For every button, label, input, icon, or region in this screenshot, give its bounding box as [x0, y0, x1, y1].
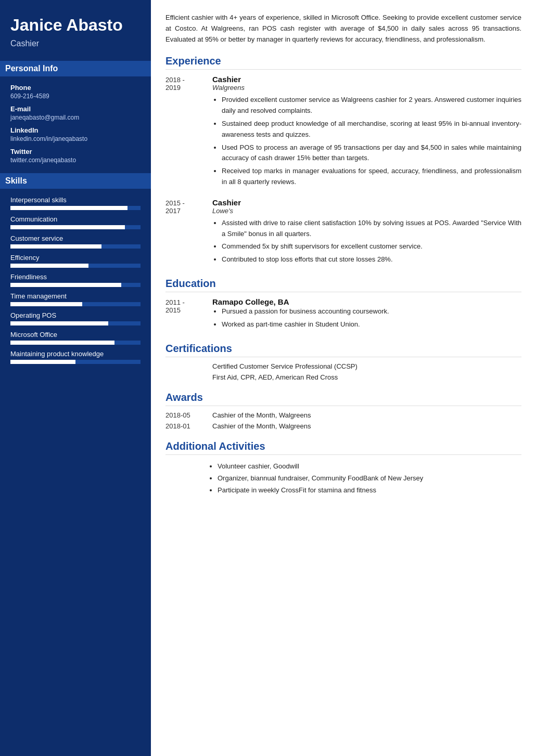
- walgreens-company: Walgreens: [212, 84, 521, 92]
- walgreens-dates: 2018 - 2019: [165, 75, 212, 189]
- awards-section: Awards 2018-05 Cashier of the Month, Wal…: [165, 392, 521, 430]
- phone-label: Phone: [10, 84, 141, 92]
- walgreens-bullets: Provided excellent customer service as W…: [212, 95, 521, 187]
- skill-bar-bg: [10, 283, 141, 287]
- experience-header: Experience: [165, 55, 521, 70]
- lowes-job-title: Cashier: [212, 198, 521, 207]
- award-date: 2018-05: [165, 411, 212, 419]
- sidebar: Janice Abasto Cashier Personal Info Phon…: [0, 0, 151, 756]
- skill-label: Communication: [10, 215, 141, 223]
- list-item: Commended 5x by shift supervisors for ex…: [222, 241, 521, 252]
- ramapo-bullets: Pursued a passion for business accountin…: [212, 306, 521, 330]
- experience-section: Experience 2018 - 2019 Cashier Walgreens…: [165, 55, 521, 267]
- list-item: Volunteer cashier, Goodwill: [218, 460, 521, 472]
- skill-bar-fill: [10, 302, 82, 306]
- education-section: Education 2011 - 2015 Ramapo College, BA…: [165, 278, 521, 332]
- award-entry: 2018-01 Cashier of the Month, Walgreens: [165, 422, 521, 430]
- skill-bar-fill: [10, 360, 75, 364]
- education-header: Education: [165, 278, 521, 292]
- ramapo-school: Ramapo College, BA: [212, 297, 521, 306]
- certifications-header: Certifications: [165, 343, 521, 357]
- skill-bar-fill: [10, 244, 101, 249]
- ramapo-dates: 2011 - 2015: [165, 297, 212, 332]
- main-content: Efficient cashier with 4+ years of exper…: [151, 0, 536, 756]
- summary: Efficient cashier with 4+ years of exper…: [165, 12, 521, 45]
- twitter-label: Twitter: [10, 148, 141, 155]
- skill-label: Interpersonal skills: [10, 196, 141, 204]
- education-entry-ramapo: 2011 - 2015 Ramapo College, BA Pursued a…: [165, 297, 521, 332]
- cert-item: Certified Customer Service Professional …: [165, 362, 521, 370]
- awards-header: Awards: [165, 392, 521, 406]
- email-value: janeqabasto@gmail.com: [10, 114, 141, 121]
- activities-list: Volunteer cashier, Goodwill Organizer, b…: [165, 460, 521, 497]
- skill-label: Operating POS: [10, 311, 141, 319]
- ramapo-content: Ramapo College, BA Pursued a passion for…: [212, 297, 521, 332]
- skill-label: Maintaining product knowledge: [10, 350, 141, 358]
- list-item: Organizer, biannual fundraiser, Communit…: [218, 472, 521, 484]
- skill-label: Friendliness: [10, 273, 141, 281]
- list-item: Participate in weekly CrossFit for stami…: [218, 484, 521, 496]
- skill-bar-fill: [10, 264, 88, 268]
- certifications-section: Certifications Certified Customer Servic…: [165, 343, 521, 381]
- lowes-bullets: Assisted with drive to raise client sati…: [212, 218, 521, 265]
- skill-bar-fill: [10, 206, 127, 210]
- skill-bar-bg: [10, 206, 141, 210]
- phone-value: 609-216-4589: [10, 93, 141, 100]
- activities-section: Additional Activities Volunteer cashier,…: [165, 440, 521, 497]
- list-item: Provided excellent customer service as W…: [222, 95, 521, 116]
- skill-bar-fill: [10, 225, 125, 229]
- list-item: Received top marks in manager evaluation…: [222, 166, 521, 188]
- award-text: Cashier of the Month, Walgreens: [212, 422, 311, 430]
- personal-info-fields: Phone 609-216-4589 E-mail janeqabasto@gm…: [10, 84, 141, 164]
- list-item: Assisted with drive to raise client sati…: [222, 218, 521, 240]
- skill-bar-bg: [10, 225, 141, 229]
- lowes-company: Lowe's: [212, 207, 521, 215]
- list-item: Sustained deep product knowledge of all …: [222, 119, 521, 140]
- candidate-title: Cashier: [10, 39, 141, 48]
- skill-bar-bg: [10, 264, 141, 268]
- email-label: E-mail: [10, 105, 141, 113]
- experience-entry-walgreens: 2018 - 2019 Cashier Walgreens Provided e…: [165, 75, 521, 189]
- lowes-dates: 2015 - 2017: [165, 198, 212, 267]
- list-item: Used POS to process an average of 95 tra…: [222, 142, 521, 164]
- skill-label: Customer service: [10, 234, 141, 242]
- award-text: Cashier of the Month, Walgreens: [212, 411, 311, 419]
- skill-bar-bg: [10, 302, 141, 306]
- candidate-name: Janice Abasto: [10, 16, 141, 35]
- cert-item: First Aid, CPR, AED, American Red Cross: [165, 373, 521, 381]
- experience-entry-lowes: 2015 - 2017 Cashier Lowe's Assisted with…: [165, 198, 521, 267]
- award-date: 2018-01: [165, 422, 212, 430]
- walgreens-content: Cashier Walgreens Provided excellent cus…: [212, 75, 521, 189]
- lowes-content: Cashier Lowe's Assisted with drive to ra…: [212, 198, 521, 267]
- linkedin-value: linkedin.com/in/janeqabasto: [10, 135, 141, 142]
- skills-list: Interpersonal skillsCommunicationCustome…: [10, 196, 141, 364]
- skill-bar-fill: [10, 321, 108, 325]
- walgreens-job-title: Cashier: [212, 75, 521, 84]
- skill-bar-fill: [10, 341, 114, 345]
- skill-bar-bg: [10, 244, 141, 249]
- personal-info-header: Personal Info: [0, 61, 151, 76]
- skill-label: Time management: [10, 292, 141, 300]
- list-item: Contributed to stop loss efforts that cu…: [222, 254, 521, 265]
- activities-header: Additional Activities: [165, 440, 521, 455]
- skills-header: Skills: [0, 173, 151, 189]
- skill-bar-bg: [10, 341, 141, 345]
- list-item: Worked as part-time cashier in Student U…: [222, 319, 521, 330]
- skill-label: Microsoft Office: [10, 331, 141, 338]
- award-entry: 2018-05 Cashier of the Month, Walgreens: [165, 411, 521, 419]
- skill-bar-fill: [10, 283, 121, 287]
- twitter-value: twitter.com/janeqabasto: [10, 157, 141, 164]
- linkedin-label: LinkedIn: [10, 126, 141, 134]
- skill-bar-bg: [10, 360, 141, 364]
- skill-bar-bg: [10, 321, 141, 325]
- skill-label: Efficiency: [10, 254, 141, 262]
- list-item: Pursued a passion for business accountin…: [222, 306, 521, 317]
